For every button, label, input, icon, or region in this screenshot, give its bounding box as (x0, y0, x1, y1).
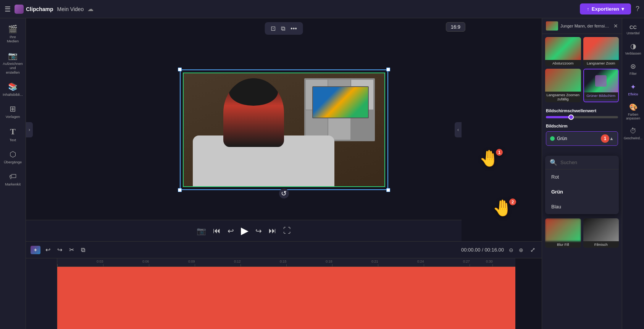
dropdown-option-rot[interactable]: Rot (545, 169, 619, 184)
effect-card-blur-fill[interactable]: Blur Fill (545, 218, 581, 248)
bottom-effects-section: Blur Fill Filmisch (545, 218, 619, 248)
sidebar-item-text[interactable]: T Text (2, 124, 24, 145)
threshold-section: Bildschirmschwellenwert Bildschirm Grün … (545, 107, 619, 150)
color-search-input[interactable] (560, 160, 619, 165)
effects-item-effekte[interactable]: ✦ Effekte (624, 80, 643, 99)
topbar-left: ☰ Clipchamp Mein Video ☁ (5, 5, 94, 14)
app-name: Clipchamp (26, 6, 53, 12)
rewind-button[interactable]: ↩ (228, 226, 234, 235)
threshold-thumb[interactable] (568, 115, 574, 120)
more-button[interactable]: ••• (289, 24, 299, 33)
sidebar-item-uebergaenge[interactable]: ⬡ Übergänge (2, 147, 24, 167)
skip-forward-button[interactable]: ⏭ (269, 226, 276, 235)
screen-color-label: Bildschirm (546, 124, 618, 128)
markenkit-icon: 🏷 (9, 172, 17, 181)
collapse-left-button[interactable]: › (26, 122, 33, 137)
effects-grid-area: Absturzzoom Langsamer Zoom Langsames Zoo… (542, 34, 622, 329)
rotate-handle[interactable]: ↺ (279, 189, 289, 198)
magic-button[interactable]: ✦ (31, 246, 40, 254)
copy-button[interactable]: ⧉ (79, 245, 87, 255)
sidebar-item-inhalts[interactable]: 📚 Inhaltsbibli... (2, 79, 24, 100)
gs-overlay (595, 75, 607, 87)
timeline-left-labels (26, 258, 57, 329)
help-icon[interactable]: ? (636, 5, 639, 13)
sidebar-item-aufzeichnen[interactable]: 📷 Aufzeichnen und erstellen (2, 48, 24, 77)
export-icon: ↑ (587, 6, 589, 12)
handle-top-right[interactable] (386, 68, 390, 71)
medien-icon: 🎬 (8, 24, 18, 34)
effect-card-filmisch[interactable]: Filmisch (583, 218, 619, 248)
sidebar-label-markenkit: Markenkit (5, 182, 21, 186)
zoom-in-button[interactable]: ⊕ (517, 246, 525, 254)
aspect-ratio-badge[interactable]: 16:9 (446, 22, 465, 32)
clip-title: Junger Mann, der fernsieht... (560, 24, 611, 28)
effect-card-langsames-zoomen[interactable]: Langsames Zoomen zufällig (545, 69, 581, 102)
effect-card-langsamer-zoom[interactable]: Langsamer Zoom (583, 37, 619, 66)
effect-label-langsames-zoomen: Langsames Zoomen zufällig (545, 92, 581, 102)
effect-card-gruener-bildschirm[interactable]: Grüner Bildschirm (583, 69, 619, 102)
left-sidebar: 🎬 Ihre Medien 📷 Aufzeichnen und erstelle… (0, 18, 26, 329)
geschwindigkeit-label: Geschwind... (624, 136, 642, 140)
hamburger-icon[interactable]: ☰ (5, 5, 11, 13)
sidebar-item-medien[interactable]: 🎬 Ihre Medien (2, 21, 24, 47)
threshold-label: Bildschirmschwellenwert (546, 108, 618, 113)
topbar-right: ↑ Exportieren ▾ ? (580, 3, 639, 15)
verblassen-icon: ◑ (630, 42, 636, 50)
color-dot (550, 136, 555, 141)
effekte-icon: ✦ (630, 83, 636, 91)
video-background (183, 73, 385, 187)
fullscreen-button[interactable]: ⛶ (283, 226, 291, 235)
effect-thumb-langsamer-zoom (583, 37, 619, 60)
color-dropdown-button[interactable]: Grün 1 ▲ (546, 131, 618, 146)
threshold-slider[interactable] (546, 116, 618, 118)
sidebar-item-vorlagen[interactable]: ⊞ Vorlagen (2, 101, 24, 122)
effect-label-absturzzoom: Absturzzoom (545, 60, 581, 66)
aufzeichnen-icon: 📷 (8, 51, 18, 60)
preview-toolbar: ⊡ ⧉ ••• (265, 22, 303, 35)
camera-off-button[interactable]: 📷 (197, 226, 206, 235)
handle-top-left[interactable] (178, 68, 182, 71)
redo-button[interactable]: ↪ (55, 245, 64, 255)
effects-item-untertitel[interactable]: CC Untertitel (624, 21, 643, 38)
skip-back-button[interactable]: ⏮ (213, 226, 221, 235)
dropdown-option-blau[interactable]: Blau (545, 199, 619, 214)
expand-timeline-button[interactable]: ⤢ (528, 245, 537, 255)
close-panel-button[interactable]: ✕ (613, 23, 618, 29)
effekte-label: Effekte (628, 92, 638, 96)
effects-item-filter[interactable]: ⊛ Filter (624, 59, 643, 79)
timeline-content: 0 0:03 0:06 0:09 0:12 0:15 0:18 0:21 0:2… (26, 258, 542, 329)
crop-button[interactable]: ⊡ (269, 24, 277, 33)
forward-button[interactable]: ↪ (255, 226, 262, 235)
zoom-out-button[interactable]: ⊖ (507, 246, 515, 254)
timeline-panel: ✦ ↩ ↪ ✂ ⧉ 00:00.00 / 00:16.00 ⊖ ⊕ ⤢ 0 (26, 241, 542, 329)
tv-content (313, 87, 368, 118)
step-circle-1: 1 (601, 134, 609, 143)
effects-item-farben[interactable]: 🎨 Farben anpassen (624, 100, 643, 123)
undo-button[interactable]: ↩ (44, 245, 52, 255)
export-button[interactable]: ↑ Exportieren ▾ (580, 3, 631, 15)
collapse-right-button[interactable]: ‹ (455, 122, 462, 137)
clip-label-header: Junger Mann, der fernsieht... ✕ (542, 18, 622, 34)
sidebar-label-vorlagen: Vorlagen (6, 115, 20, 119)
farben-icon: 🎨 (629, 103, 638, 111)
handle-bottom-left[interactable] (178, 188, 182, 192)
handle-bottom-right[interactable] (386, 188, 390, 192)
pip-button[interactable]: ⧉ (279, 24, 287, 33)
sidebar-item-markenkit[interactable]: 🏷 Markenkit (2, 169, 24, 189)
effect-thumb-absturzzoom (545, 37, 581, 60)
effects-item-geschwindigkeit[interactable]: ⏱ Geschwind... (624, 124, 643, 143)
project-name[interactable]: Mein Video (57, 6, 84, 12)
effect-card-absturzzoom[interactable]: Absturzzoom (545, 37, 581, 66)
timeline-zoom: ⊖ ⊕ (507, 246, 525, 254)
play-button[interactable]: ▶ (241, 225, 249, 237)
uebergaenge-icon: ⬡ (10, 150, 16, 159)
dropdown-option-gruen[interactable]: Grün (545, 184, 619, 199)
cloud-save-icon: ☁ (87, 5, 94, 13)
playhead[interactable] (57, 267, 515, 329)
verblassen-label: Verblassen (625, 52, 641, 55)
clip-label-thumb (546, 21, 558, 31)
sidebar-label-aufzeichnen: Aufzeichnen und erstellen (3, 61, 23, 74)
cut-button[interactable]: ✂ (67, 245, 76, 255)
topbar: ☰ Clipchamp Mein Video ☁ ↑ Exportieren ▾… (0, 0, 644, 18)
effects-item-verblassen[interactable]: ◑ Verblassen (624, 39, 643, 58)
